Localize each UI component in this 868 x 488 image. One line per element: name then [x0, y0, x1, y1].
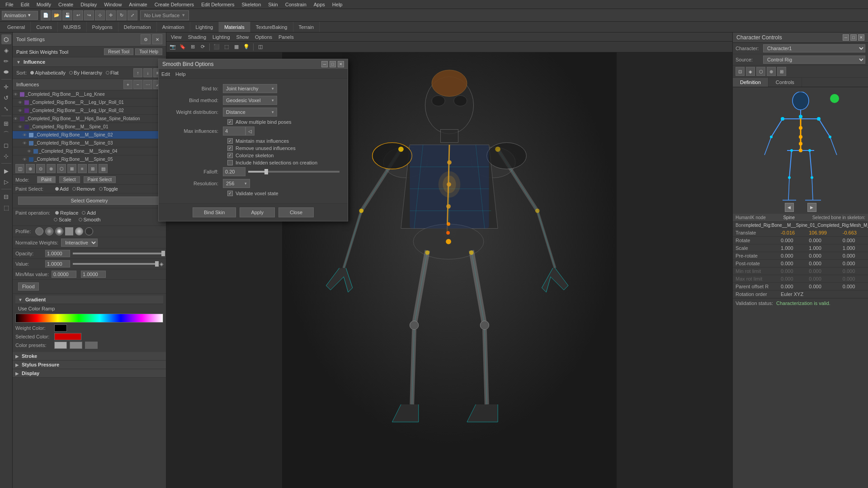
- opacity-slider-thumb[interactable]: [161, 251, 165, 256]
- vp-frame-icon[interactable]: ⊞: [188, 42, 197, 52]
- falloff-input[interactable]: [223, 167, 245, 176]
- prop-maxrot-v3[interactable]: 0.000: [840, 275, 868, 283]
- snap-to-curve-icon[interactable]: ⌒: [1, 129, 11, 139]
- paint-remove-radio[interactable]: [72, 187, 76, 191]
- remove-unused-checkbox[interactable]: [227, 145, 233, 151]
- prop-scale-v3[interactable]: 1.000: [840, 244, 868, 252]
- op-scale[interactable]: Scale: [54, 217, 71, 222]
- lasso-icon[interactable]: ◈: [1, 45, 11, 55]
- select-geometry-btn[interactable]: Select Geometry: [18, 197, 160, 205]
- colorize-checkbox[interactable]: [227, 153, 233, 158]
- prop-parentoffset-v2[interactable]: 0.000: [806, 283, 840, 291]
- profile-circle-1[interactable]: [35, 227, 43, 235]
- falloff-slider[interactable]: [248, 171, 340, 173]
- help-btn[interactable]: Tool Help: [135, 48, 162, 55]
- dialog-maximize-btn[interactable]: □: [330, 61, 336, 67]
- vp-wireframe-icon[interactable]: ⬚: [222, 42, 231, 52]
- hud-icon[interactable]: ⬚: [1, 202, 11, 212]
- more-icon[interactable]: ⋯: [143, 80, 152, 89]
- sort-hierarchy-radio[interactable]: [69, 71, 73, 75]
- panel-settings-icon[interactable]: ⚙: [141, 34, 151, 44]
- menu-display[interactable]: Display: [77, 0, 100, 9]
- menu-edit-deformers[interactable]: Edit Deformers: [198, 0, 238, 9]
- allow-multiple-checkbox[interactable]: [227, 119, 233, 125]
- rotate-icon[interactable]: ↻: [117, 10, 127, 20]
- prop-prerotate-v3[interactable]: 0.000: [840, 252, 868, 260]
- menu-skin[interactable]: Skin: [264, 0, 281, 9]
- vp-menu-show[interactable]: Show: [234, 33, 252, 41]
- snap-to-surface-icon[interactable]: ◻: [1, 140, 11, 150]
- dialog-menu-edit[interactable]: Edit: [161, 71, 170, 77]
- bind-to-dropdown[interactable]: Joint hierarchy ▾: [223, 84, 277, 93]
- vp-menu-panels[interactable]: Panels: [276, 33, 297, 41]
- prop-scale-v1[interactable]: 1.000: [778, 244, 806, 252]
- redo-icon[interactable]: ↪: [84, 10, 94, 20]
- vp-menu-lighting[interactable]: Lighting: [210, 33, 233, 41]
- op-smooth-radio[interactable]: [79, 218, 82, 221]
- reset-tool-btn[interactable]: Reset Tool: [104, 48, 133, 55]
- max-influences-input[interactable]: [223, 127, 245, 136]
- rotate-tool-icon[interactable]: ↺: [1, 93, 11, 103]
- tab-materials[interactable]: Materials: [219, 22, 250, 32]
- opacity-input[interactable]: 1.0000: [45, 250, 70, 257]
- pt-icon-2[interactable]: ⊕: [26, 164, 35, 173]
- falloff-slider-thumb[interactable]: [264, 169, 268, 174]
- sort-by-hierarchy[interactable]: By Hierarchy: [69, 70, 102, 75]
- op-replace-radio[interactable]: [55, 211, 59, 215]
- snap-to-point-icon[interactable]: ⊹: [1, 151, 11, 161]
- pt-icon-4[interactable]: ⊗: [47, 164, 56, 173]
- tab-animation[interactable]: Animation: [157, 22, 190, 32]
- show-grid-icon[interactable]: ⊟: [1, 192, 11, 202]
- prop-rotate-v1[interactable]: 0.000: [778, 237, 806, 244]
- pt-icon-7[interactable]: ≡: [78, 164, 87, 173]
- infl-item-7[interactable]: 👁 _Completed_Rig:Bone__M__Spine_04: [13, 147, 166, 155]
- prop-postrotate-v2[interactable]: 0.000: [806, 260, 840, 267]
- live-surface-badge[interactable]: No Live Surface ▾: [140, 10, 189, 20]
- pt-icon-6[interactable]: ⊠: [67, 164, 76, 173]
- sculpt-icon[interactable]: ⬬: [1, 67, 11, 77]
- prop-rotate-v3[interactable]: 0.000: [840, 237, 868, 244]
- prop-prerotate-v1[interactable]: 0.000: [778, 252, 806, 260]
- opacity-slider-track[interactable]: [73, 253, 163, 254]
- stroke-section[interactable]: ▶ Stroke: [13, 352, 166, 361]
- tab-deformation[interactable]: Deformation: [118, 22, 157, 32]
- validate-checkbox[interactable]: [227, 191, 233, 196]
- weight-dist-dropdown[interactable]: Distance ▾: [223, 108, 277, 117]
- menu-edit[interactable]: Edit: [17, 0, 33, 9]
- infl-item-4[interactable]: 👁 _Completed_Rig:Bone__M__Spine_01: [13, 123, 166, 131]
- workspace-dropdown[interactable]: Animation ▾: [2, 11, 38, 20]
- select-tool-icon[interactable]: ⬡: [1, 34, 11, 44]
- prop-translate-v2[interactable]: 106.999: [806, 229, 840, 237]
- prop-maxrot-v2[interactable]: 0.000: [806, 275, 840, 283]
- prop-scale-v2[interactable]: 1.000: [806, 244, 840, 252]
- pt-icon-1[interactable]: ◫: [15, 164, 24, 173]
- ipr-render-icon[interactable]: ▷: [1, 177, 11, 187]
- tab-texturebaking[interactable]: TextureBaking: [250, 22, 293, 32]
- prop-minrot-v3[interactable]: 0.000: [840, 267, 868, 275]
- move-tool-icon[interactable]: ✛: [1, 82, 11, 92]
- dialog-menu-help[interactable]: Help: [175, 71, 186, 77]
- prop-postrotate-v1[interactable]: 0.000: [778, 260, 806, 267]
- infl-item-5[interactable]: 👁 _Completed_Rig:Bone__M__Spine_02: [13, 131, 166, 139]
- tab-controls[interactable]: Controls: [769, 78, 802, 87]
- remove-influence-icon[interactable]: −: [133, 80, 142, 89]
- normalize-dropdown[interactable]: Interactive Post None: [61, 239, 98, 247]
- snap-to-grid-icon[interactable]: ⊞: [1, 118, 11, 128]
- prop-rotate-v2[interactable]: 0.000: [806, 237, 840, 244]
- character-select[interactable]: Character1: [763, 44, 865, 52]
- scale-icon[interactable]: ⤢: [127, 10, 137, 20]
- infl-item-8[interactable]: 👁 _Completed_Rig:Bone__M__Spine_05: [13, 155, 166, 163]
- save-scene-icon[interactable]: 💾: [62, 10, 72, 20]
- prop-translate-v1[interactable]: -0.016: [778, 229, 806, 237]
- source-select[interactable]: Control Rig: [763, 56, 865, 64]
- tab-general[interactable]: General: [2, 22, 31, 32]
- apply-btn[interactable]: Apply: [240, 207, 275, 217]
- preset-2-swatch[interactable]: [70, 342, 82, 349]
- sort-alpha-radio[interactable]: [30, 71, 34, 75]
- prop-parentoffset-v1[interactable]: 0.000: [778, 283, 806, 291]
- menu-animate[interactable]: Animate: [125, 0, 151, 9]
- menu-create-deformers[interactable]: Create Deformers: [151, 0, 198, 9]
- pt-icon-3[interactable]: ⊙: [36, 164, 45, 173]
- value-slider-thumb[interactable]: [155, 261, 159, 267]
- menu-skeleton[interactable]: Skeleton: [238, 0, 264, 9]
